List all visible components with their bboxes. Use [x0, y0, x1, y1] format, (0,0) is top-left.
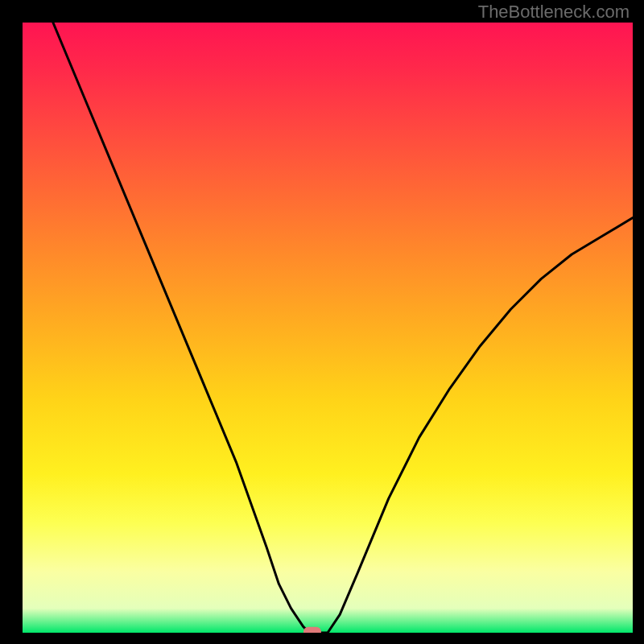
curve-line — [53, 23, 633, 633]
watermark-text: TheBottleneck.com — [478, 2, 630, 23]
chart-canvas — [23, 23, 633, 633]
plot-area — [23, 23, 633, 633]
minimum-marker — [303, 627, 321, 633]
